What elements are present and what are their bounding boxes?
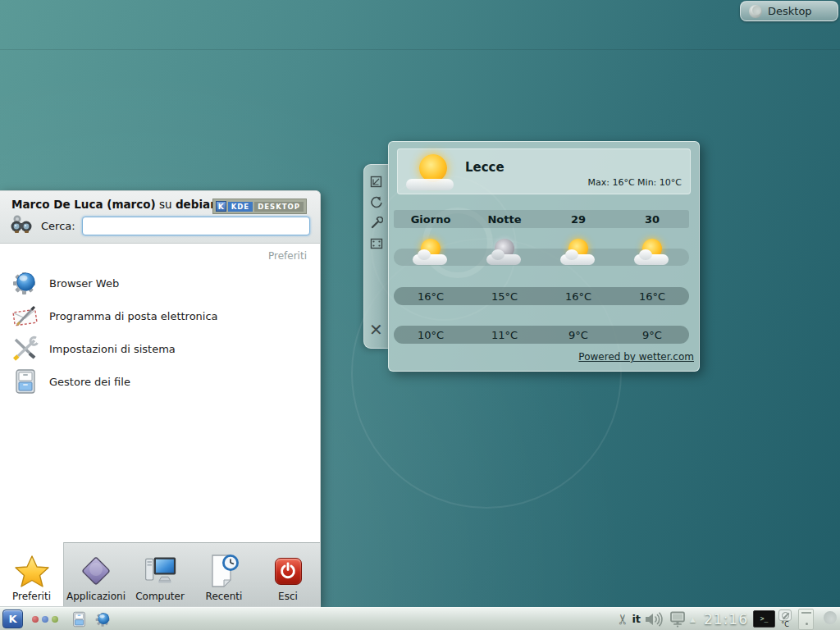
weather-max-min: Max: 16°C Min: 10°C bbox=[587, 177, 682, 188]
sun-cloud-icon bbox=[406, 154, 457, 192]
red-dot-icon bbox=[32, 616, 39, 623]
weather-tray-unit-label: °C bbox=[781, 622, 789, 628]
tab-applicazioni[interactable]: Applicazioni bbox=[64, 543, 128, 606]
plasma-widget-handle: ✕ bbox=[363, 164, 388, 349]
mail-icon bbox=[11, 302, 39, 330]
sun-cloud-icon bbox=[633, 239, 671, 267]
favorite-item-label: Impostazioni di sistema bbox=[49, 343, 176, 355]
favorite-item-systemsettings[interactable]: Impostazioni di sistema bbox=[0, 332, 320, 365]
desktop-toolbox-label: Desktop bbox=[768, 5, 812, 17]
column-label: Giorno bbox=[394, 210, 468, 228]
kickoff-tab-bar: Preferiti Applicazioni bbox=[0, 542, 320, 606]
resize-icon[interactable] bbox=[369, 175, 383, 189]
column-label: 30 bbox=[615, 210, 689, 228]
weather-tray-icon[interactable]: °C bbox=[778, 609, 792, 628]
applications-diamond-icon bbox=[79, 554, 113, 588]
max-temp: 16°C bbox=[615, 287, 689, 305]
wallpaper-seam bbox=[0, 49, 840, 50]
tab-preferiti[interactable]: Preferiti bbox=[0, 542, 64, 606]
tray-expander-arrow-icon[interactable]: ▲ bbox=[690, 615, 696, 623]
volume-speaker-icon[interactable] bbox=[644, 612, 664, 627]
favorites-section-label: Preferiti bbox=[268, 250, 307, 262]
tab-label: Applicazioni bbox=[66, 591, 126, 602]
user-name: Marco De Luca (marco) bbox=[11, 198, 156, 211]
kde-logo-icon: K bbox=[216, 201, 226, 212]
max-temp: 16°C bbox=[541, 287, 615, 305]
favorite-item-label: Gestore dei file bbox=[49, 376, 130, 388]
maximize-icon[interactable] bbox=[369, 236, 383, 250]
keyboard-layout-indicator[interactable]: it bbox=[632, 613, 641, 625]
weather-city: Lecce bbox=[465, 160, 504, 175]
tab-esci[interactable]: Esci bbox=[256, 543, 320, 606]
tab-computer[interactable]: Computer bbox=[128, 543, 192, 606]
klipper-scissors-icon[interactable]: ✂ bbox=[614, 613, 631, 624]
computer-icon bbox=[143, 554, 177, 588]
badge-desktop-label: DESKTOP bbox=[254, 202, 304, 212]
konsole-terminal-icon[interactable]: >_ bbox=[753, 610, 775, 628]
panel-toolbox-cashew-button[interactable] bbox=[819, 609, 838, 629]
logout-power-icon bbox=[271, 554, 305, 588]
sun-cloud-icon bbox=[559, 239, 597, 267]
system-settings-tools-icon bbox=[11, 335, 39, 363]
min-temp: 9°C bbox=[541, 326, 615, 344]
weather-min-temp-row: 10°C 11°C 9°C 9°C bbox=[394, 326, 689, 344]
web-browser-globe-icon bbox=[11, 269, 39, 297]
tab-label: Recenti bbox=[206, 591, 243, 602]
max-temp: 15°C bbox=[468, 287, 541, 305]
activity-dots-widget[interactable] bbox=[32, 616, 58, 623]
panel-mini-widget[interactable] bbox=[798, 609, 814, 630]
weather-header: Lecce Max: 16°C Min: 10°C bbox=[397, 148, 691, 194]
rotate-icon[interactable] bbox=[369, 195, 383, 209]
quicklaunch-file-manager-button[interactable] bbox=[70, 610, 88, 628]
blue-dot-icon bbox=[42, 616, 48, 623]
min-temp: 11°C bbox=[468, 326, 541, 344]
wetter-credit-link[interactable]: Powered by wetter.com bbox=[578, 351, 694, 363]
tab-label: Esci bbox=[278, 591, 298, 602]
moon-cloud-icon bbox=[486, 239, 523, 267]
favorite-item-label: Browser Web bbox=[49, 277, 119, 290]
configure-wrench-icon[interactable] bbox=[369, 216, 383, 230]
kickoff-header: Marco De Luca (marco) su debian K KDE DE… bbox=[0, 191, 320, 244]
weather-condition-row bbox=[394, 249, 689, 266]
weather-widget[interactable]: Lecce Max: 16°C Min: 10°C Giorno Notte 2… bbox=[388, 141, 700, 372]
kickoff-menu: Marco De Luca (marco) su debian K KDE DE… bbox=[0, 190, 321, 607]
favorite-item-filemanager[interactable]: Gestore dei file bbox=[0, 365, 320, 398]
tab-recenti[interactable]: Recenti bbox=[192, 543, 256, 606]
digital-clock[interactable]: 21:16 bbox=[704, 611, 748, 628]
tab-label: Preferiti bbox=[12, 591, 51, 602]
desktop-toolbox-button[interactable]: Desktop bbox=[740, 1, 838, 21]
star-icon bbox=[15, 554, 49, 588]
quicklaunch-web-browser-button[interactable] bbox=[94, 610, 112, 628]
search-label: Cerca: bbox=[41, 220, 75, 232]
search-input[interactable] bbox=[82, 217, 310, 235]
favorite-item-browser[interactable]: Browser Web bbox=[0, 267, 320, 299]
column-label: 29 bbox=[541, 210, 615, 228]
favorite-item-mail[interactable]: Programma di posta elettronica bbox=[0, 299, 320, 332]
plasma-cashew-icon bbox=[749, 5, 762, 18]
kde-desktop-badge: K KDE DESKTOP bbox=[212, 199, 307, 214]
min-temp: 10°C bbox=[394, 326, 468, 344]
file-manager-cabinet-icon bbox=[11, 368, 39, 395]
kde-menu-launcher-button[interactable]: K bbox=[2, 609, 23, 628]
column-label: Notte bbox=[468, 210, 541, 228]
bottom-panel: K ✂ it bbox=[0, 607, 840, 630]
favorite-item-label: Programma di posta elettronica bbox=[49, 310, 218, 322]
sun-cloud-icon bbox=[412, 239, 450, 267]
min-temp: 9°C bbox=[615, 326, 689, 344]
kickoff-favorites-view: Preferiti Browser Web bbox=[0, 244, 320, 542]
tab-label: Computer bbox=[135, 591, 185, 602]
max-temp: 16°C bbox=[394, 287, 468, 305]
close-icon[interactable]: ✕ bbox=[369, 322, 383, 338]
weather-column-headers: Giorno Notte 29 30 bbox=[394, 210, 689, 228]
title-connector: su bbox=[156, 198, 176, 211]
green-dot-icon bbox=[52, 616, 58, 623]
badge-kde-label: KDE bbox=[228, 202, 253, 212]
recent-documents-clock-icon bbox=[207, 554, 241, 588]
weather-max-temp-row: 16°C 15°C 16°C 16°C bbox=[394, 287, 689, 305]
network-manager-icon[interactable] bbox=[669, 611, 687, 628]
search-binoculars-icon bbox=[10, 213, 34, 238]
